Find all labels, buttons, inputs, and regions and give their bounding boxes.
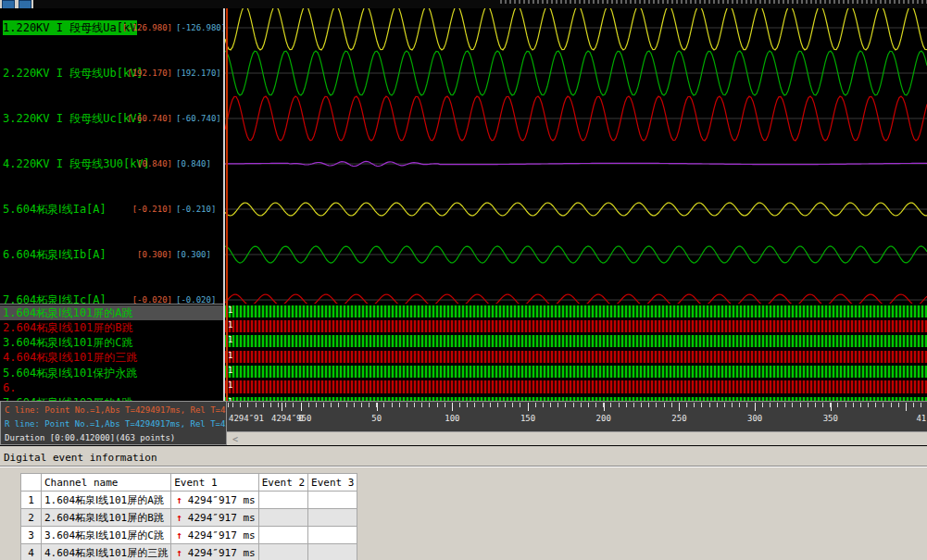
cell-channel-name: 4.604柘泉Ⅰ线101屏的三跳 <box>42 544 171 560</box>
event-rise-arrow-icon: ↑ <box>176 512 182 524</box>
cell-event2 <box>258 544 307 560</box>
cell-event3 <box>308 509 357 527</box>
scroll-left-arrow-icon[interactable]: < <box>229 434 242 444</box>
analog-channel-row[interactable]: 3.220KV I 段母线Uc[kV][-60.740][-60.740] <box>0 111 223 126</box>
digital-state-value: 1 <box>228 305 232 316</box>
cell-event2 <box>258 492 307 509</box>
separator <box>0 466 927 467</box>
axis-tick-label: 50 <box>371 414 382 423</box>
analog-value-abs: [0.300] <box>91 247 172 262</box>
analog-value-rel: [0.300] <box>176 247 223 262</box>
axis-tick-label: 0 <box>298 414 303 423</box>
analog-waveform-area[interactable] <box>223 8 927 304</box>
analog-channel-row[interactable]: 7.604柘泉Ⅰ线Ic[A][-0.020][-0.020] <box>0 292 223 304</box>
event-rise-arrow-icon: ↑ <box>176 494 182 506</box>
digital-state-area[interactable]: 1111111 <box>223 304 927 401</box>
cell-index: 1 <box>21 492 42 509</box>
col-header-event1: Event 1 <box>171 474 258 492</box>
event-table-row[interactable]: 22.604柘泉Ⅰ线101屏的B跳↑4294″917 ms <box>21 509 357 527</box>
axis-tick-label: 100 <box>445 414 459 423</box>
digital-state-bar: 1 <box>225 320 927 332</box>
duration-status: Duration [0:00.412000](463 points) <box>5 433 175 442</box>
digital-state-bar: 1 <box>225 380 927 393</box>
digital-state-value: 1 <box>228 320 232 330</box>
axis-cursor-time-label: 4294″91 <box>229 414 264 423</box>
axis-tick-label: 41 <box>916 414 926 423</box>
waveform-analyzer-window: 1.220KV I 段母线Ua[kV][-126.980][-126.980]2… <box>0 0 927 560</box>
cell-event1: ↑4294″917 ms <box>171 527 258 544</box>
digital-state-bar: 1 <box>225 335 927 347</box>
digital-channel-row[interactable]: 3.604柘泉Ⅰ线101屏的C跳 <box>0 335 223 350</box>
horizontal-scrollbar[interactable]: < <box>227 431 927 445</box>
analog-value-abs: [-126.980] <box>91 20 172 35</box>
col-header-channel: Channel name <box>42 474 171 492</box>
analog-channel-row[interactable]: 2.220KV I 段母线Ub[kV][192.170][192.170] <box>0 66 223 81</box>
event-table-row[interactable]: 11.604柘泉Ⅰ线101屏的A跳↑4294″917 ms <box>21 492 357 509</box>
col-header-index <box>21 474 42 492</box>
time-axis: 4294″91 4294″950 05010015020025030035041 <box>227 401 927 431</box>
analog-channel-row[interactable]: 4.220KV I 段母线3U0[kV][0.840][0.840] <box>0 156 223 171</box>
digital-event-panel: Digital event information Channel name E… <box>0 446 927 560</box>
digital-channel-row[interactable]: 1.604柘泉Ⅰ线101屏的A跳 <box>0 305 223 320</box>
event-rise-arrow-icon: ↑ <box>176 529 182 541</box>
section-title: Digital event information <box>4 452 157 464</box>
cell-event3 <box>308 492 357 509</box>
waveform-trace <box>225 294 927 304</box>
cell-index: 4 <box>21 544 42 560</box>
cell-channel-name: 1.604柘泉Ⅰ线101屏的A跳 <box>42 492 171 509</box>
event-table-row[interactable]: 33.604柘泉Ⅰ线101屏的C跳↑4294″917 ms <box>21 527 357 544</box>
cell-event3 <box>308 544 357 560</box>
axis-tick-label: 350 <box>823 414 838 423</box>
digital-channel-row[interactable]: 6. <box>0 380 223 395</box>
event-table-row[interactable]: 44.604柘泉Ⅰ线101屏的三跳↑4294″917 ms <box>21 544 357 560</box>
analog-value-abs: [0.840] <box>91 156 172 171</box>
digital-channel-row[interactable]: 4.604柘泉Ⅰ线101屏的三跳 <box>0 350 223 365</box>
analog-value-abs: [-0.210] <box>91 202 172 217</box>
digital-state-value: 1 <box>228 351 232 361</box>
cell-channel-name: 3.604柘泉Ⅰ线101屏的C跳 <box>42 527 171 544</box>
digital-state-bar: 1 <box>225 366 927 378</box>
c-cursor-status: C line: Point No.=1,Abs T=4294917ms, Rel… <box>5 405 227 415</box>
title-bar-clipped <box>0 0 927 8</box>
axis-cursor-time-label-2: 4294″950 <box>271 414 311 423</box>
axis-tick-label: 300 <box>747 414 762 423</box>
cell-event3 <box>308 527 357 544</box>
time-cursor-line[interactable] <box>226 8 228 401</box>
cursor-status-panel: C line: Point No.=1,Abs T=4294917ms, Rel… <box>0 401 227 445</box>
col-header-event3: Event 3 <box>308 474 357 492</box>
cell-event1: ↑4294″917 ms <box>171 509 258 527</box>
cell-event2 <box>258 527 307 544</box>
digital-channel-list: 1.604柘泉Ⅰ线101屏的A跳2.604柘泉Ⅰ线101屏的B跳3.604柘泉Ⅰ… <box>0 304 223 401</box>
digital-state-bar: 1 <box>225 305 927 317</box>
r-cursor-status: R line: Point No.=1,Abs T=4294917ms, Rel… <box>5 419 227 429</box>
analog-value-abs: [-60.740] <box>91 111 172 126</box>
cell-event2 <box>258 509 307 527</box>
cell-index: 2 <box>21 509 42 527</box>
axis-tick-label: 250 <box>671 414 686 423</box>
digital-channel-row[interactable]: 2.604柘泉Ⅰ线101屏的B跳 <box>0 320 223 335</box>
cell-event1: ↑4294″917 ms <box>171 544 258 560</box>
analog-value-abs: [192.170] <box>91 66 172 81</box>
axis-tick-label: 200 <box>596 414 611 423</box>
cell-event1: ↑4294″917 ms <box>171 492 258 509</box>
waveform-trace <box>225 8 927 50</box>
analog-value-rel: [-60.740] <box>176 111 223 126</box>
digital-state-value: 1 <box>228 335 232 345</box>
digital-state-bar: 1 <box>225 351 927 363</box>
analog-value-rel: [0.840] <box>176 156 223 171</box>
toolbar-fragment <box>0 0 33 8</box>
cell-channel-name: 2.604柘泉Ⅰ线101屏的B跳 <box>42 509 171 527</box>
digital-state-value: 1 <box>228 366 232 376</box>
analog-channel-row[interactable]: 5.604柘泉Ⅰ线Ia[A][-0.210][-0.210] <box>0 202 223 217</box>
waveform-plot <box>225 8 927 304</box>
digital-event-table: Channel name Event 1 Event 2 Event 3 11.… <box>20 473 357 560</box>
analog-channel-list: 1.220KV I 段母线Ua[kV][-126.980][-126.980]2… <box>0 8 223 304</box>
clipped-title-text <box>500 0 927 4</box>
digital-state-value: 1 <box>228 380 232 391</box>
col-header-event2: Event 2 <box>258 474 307 492</box>
analog-channel-row[interactable]: 6.604柘泉Ⅰ线Ib[A][0.300][0.300] <box>0 247 223 262</box>
event-rise-arrow-icon: ↑ <box>176 547 182 559</box>
analog-channel-row[interactable]: 1.220KV I 段母线Ua[kV][-126.980][-126.980] <box>0 20 223 35</box>
table-header-row: Channel name Event 1 Event 2 Event 3 <box>21 474 357 492</box>
digital-channel-row[interactable]: 5.604柘泉Ⅰ线101保护永跳 <box>0 366 223 380</box>
